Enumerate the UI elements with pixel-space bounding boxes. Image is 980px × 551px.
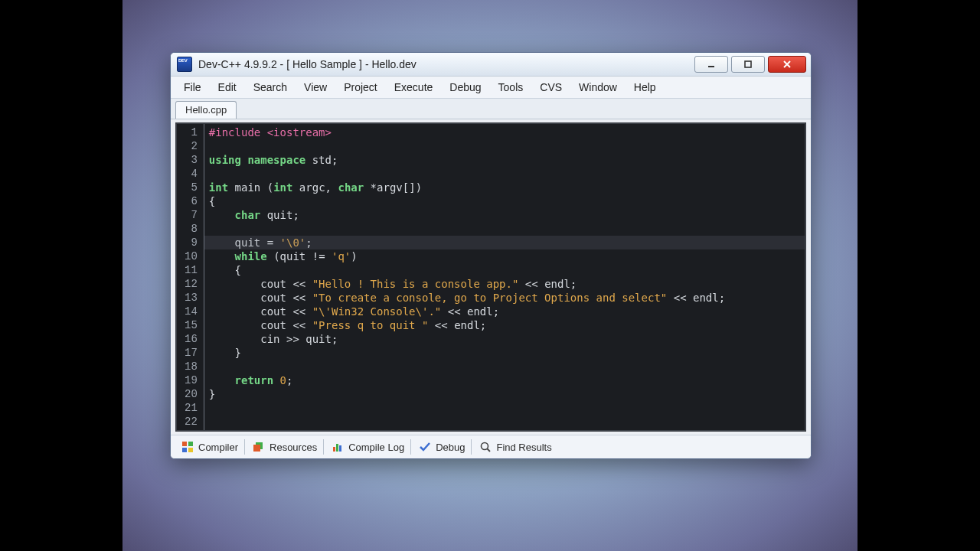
debug-icon [419,441,431,453]
status-tab-label: Debug [436,442,465,453]
svg-line-12 [488,449,491,452]
compile-log-icon [332,441,344,453]
status-tab-label: Compile Log [348,442,404,453]
code-line[interactable]: cout << "Hello ! This is a console app."… [209,277,799,291]
menu-view[interactable]: View [296,79,335,96]
svg-rect-9 [336,444,338,452]
status-tab-compile-log[interactable]: Compile Log [325,439,411,455]
svg-rect-2 [182,442,187,446]
menu-search[interactable]: Search [245,79,296,96]
code-line[interactable]: cout << "\'Win32 Console\'." << endl; [209,305,799,318]
code-editor[interactable]: 12345678910111213141516171819202122 #inc… [177,124,805,430]
status-tab-resources[interactable]: Resources [247,439,324,455]
titlebar[interactable]: Dev-C++ 4.9.9.2 - [ Hello Sample ] - Hel… [171,53,811,77]
editor-frame: 12345678910111213141516171819202122 #inc… [175,122,806,432]
code-line[interactable] [209,139,799,153]
window-controls [694,56,806,73]
svg-rect-7 [253,445,260,452]
code-line[interactable]: while (quit != 'q') [209,249,799,263]
svg-rect-10 [339,445,341,452]
code-line[interactable]: using namespace std; [209,153,799,167]
file-tab[interactable]: Hello.cpp [175,101,237,119]
code-line[interactable]: return 0; [209,373,799,387]
menu-file[interactable]: File [175,79,210,96]
menu-help[interactable]: Help [626,79,665,96]
code-line[interactable]: quit = '\0'; [209,236,799,249]
code-line[interactable]: cout << "Press q to quit " << endl; [209,318,799,332]
svg-rect-1 [745,61,751,67]
code-line[interactable] [209,222,799,236]
resources-icon [253,441,265,453]
file-tabs: Hello.cpp [171,99,811,119]
code-line[interactable]: } [209,346,799,360]
code-line[interactable]: int main (int argc, char *argv[]) [209,181,799,194]
status-tab-label: Resources [270,442,317,453]
code-line[interactable]: cin >> quit; [209,332,799,346]
code-line[interactable]: cout << "To create a console, go to Proj… [209,291,799,305]
menu-edit[interactable]: Edit [210,79,245,96]
code-line[interactable] [209,401,799,415]
app-window: Dev-C++ 4.9.9.2 - [ Hello Sample ] - Hel… [170,52,812,459]
bottom-tabs: CompilerResourcesCompile LogDebugFind Re… [171,435,811,458]
minimize-button[interactable] [694,56,728,73]
menu-cvs[interactable]: CVS [531,79,570,96]
status-tab-label: Compiler [198,442,238,453]
code-line[interactable]: #include <iostream> [209,126,799,139]
code-line[interactable]: { [209,263,799,277]
window-title: Dev-C++ 4.9.9.2 - [ Hello Sample ] - Hel… [198,58,694,70]
svg-point-11 [482,443,488,450]
svg-rect-3 [188,442,193,446]
line-gutter: 12345678910111213141516171819202122 [177,124,204,430]
devcpp-icon [177,57,192,72]
close-button[interactable] [768,56,806,73]
compiler-icon [181,441,194,453]
svg-rect-4 [182,448,187,452]
menu-tools[interactable]: Tools [490,79,532,96]
menu-execute[interactable]: Execute [386,79,442,96]
svg-rect-0 [708,66,714,67]
status-tab-compiler[interactable]: Compiler [175,439,245,455]
menu-project[interactable]: Project [335,79,386,96]
svg-rect-5 [188,448,193,452]
maximize-button[interactable] [731,56,765,73]
code-area[interactable]: #include <iostream> using namespace std;… [204,124,805,430]
status-tab-find-results[interactable]: Find Results [473,439,557,455]
status-tab-label: Find Results [496,442,551,453]
code-line[interactable]: char quit; [209,208,799,222]
code-line[interactable] [209,360,799,373]
menu-bar: FileEditSearchViewProjectExecuteDebugToo… [171,77,811,99]
svg-rect-8 [333,447,335,452]
menu-window[interactable]: Window [570,79,626,96]
code-line[interactable] [209,415,799,429]
status-tab-debug[interactable]: Debug [413,439,472,455]
code-line[interactable] [209,167,799,181]
find-results-icon [479,441,492,453]
menu-debug[interactable]: Debug [441,79,489,96]
code-line[interactable]: { [209,194,799,208]
code-line[interactable]: } [209,387,799,401]
